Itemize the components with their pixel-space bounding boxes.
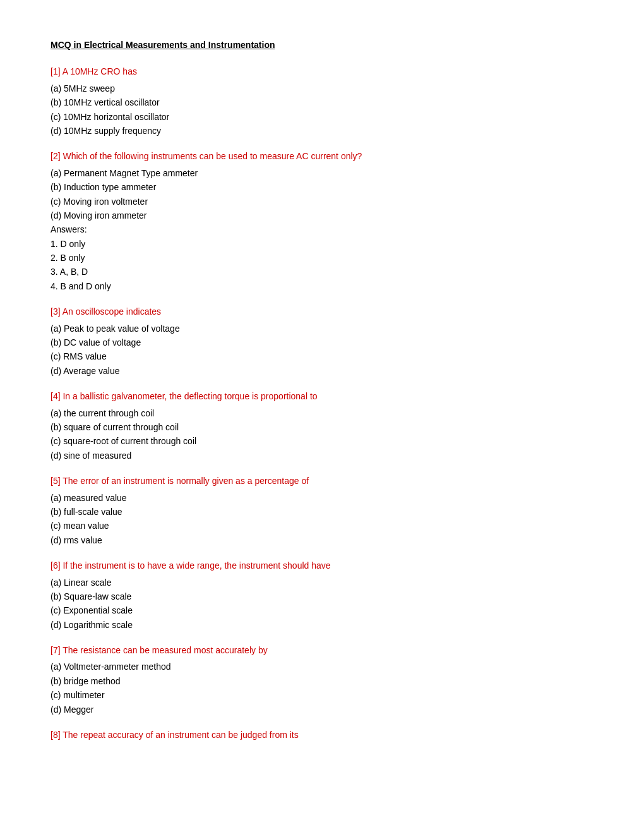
question-1: [1] A 10MHz CRO has [51,64,593,78]
option-1-1: (a) 5MHz sweep [51,82,593,95]
question-2: [2] Which of the following instruments c… [51,149,593,163]
question-8: [8] The repeat accuracy of an instrument… [51,728,593,742]
question-block-8: [8] The repeat accuracy of an instrument… [51,728,593,742]
question-5: [5] The error of an instrument is normal… [51,474,593,488]
option-5-2: (b) full-scale value [51,505,593,519]
question-6: [6] If the instrument is to have a wide … [51,559,593,572]
option-6-1: (a) Linear scale [51,576,593,589]
question-block-4: [4] In a ballistic galvanometer, the def… [51,389,593,462]
option-4-1: (a) the current through coil [51,406,593,420]
option-2-1: (a) Permanent Magnet Type ammeter [51,166,593,180]
question-block-1: [1] A 10MHz CRO has(a) 5MHz sweep(b) 10M… [51,64,593,138]
option-7-4: (d) Megger [51,703,593,716]
option-2-4: (d) Moving iron ammeter [51,208,593,222]
question-block-2: [2] Which of the following instruments c… [51,149,593,293]
option-7-1: (a) Voltmeter-ammeter method [51,660,593,674]
option-1-3: (c) 10MHz horizontal oscillator [51,110,593,124]
question-7: [7] The resistance can be measured most … [51,643,593,657]
option-6-3: (c) Exponential scale [51,603,593,617]
option-1-2: (b) 10MHz vertical oscillator [51,95,593,109]
option-4-4: (d) sine of measured [51,449,593,462]
option-4-3: (c) square-root of current through coil [51,434,593,448]
answers-label-2: Answers: [51,222,593,236]
option-3-4: (d) Average value [51,364,593,378]
option-3-3: (c) RMS value [51,349,593,363]
answer-item-2-4: 4. B and D only [51,279,593,293]
option-2-2: (b) Induction type ammeter [51,180,593,194]
question-block-7: [7] The resistance can be measured most … [51,643,593,716]
page-title: MCQ in Electrical Measurements and Instr… [51,38,593,52]
answer-item-2-1: 1. D only [51,237,593,251]
option-7-3: (c) multimeter [51,688,593,702]
option-5-3: (c) mean value [51,519,593,533]
option-2-3: (c) Moving iron voltmeter [51,195,593,208]
answer-item-2-2: 2. B only [51,251,593,265]
question-block-6: [6] If the instrument is to have a wide … [51,559,593,632]
question-3: [3] An oscilloscope indicates [51,305,593,318]
question-block-3: [3] An oscilloscope indicates(a) Peak to… [51,305,593,378]
option-6-2: (b) Square-law scale [51,589,593,603]
option-7-2: (b) bridge method [51,674,593,688]
option-3-2: (b) DC value of voltage [51,335,593,349]
option-5-1: (a) measured value [51,491,593,505]
option-5-4: (d) rms value [51,533,593,547]
question-block-5: [5] The error of an instrument is normal… [51,474,593,547]
option-3-1: (a) Peak to peak value of voltage [51,322,593,335]
option-4-2: (b) square of current through coil [51,420,593,434]
question-4: [4] In a ballistic galvanometer, the def… [51,389,593,403]
option-1-4: (d) 10MHz supply frequency [51,124,593,138]
option-6-4: (d) Logarithmic scale [51,618,593,632]
answer-item-2-3: 3. A, B, D [51,265,593,279]
